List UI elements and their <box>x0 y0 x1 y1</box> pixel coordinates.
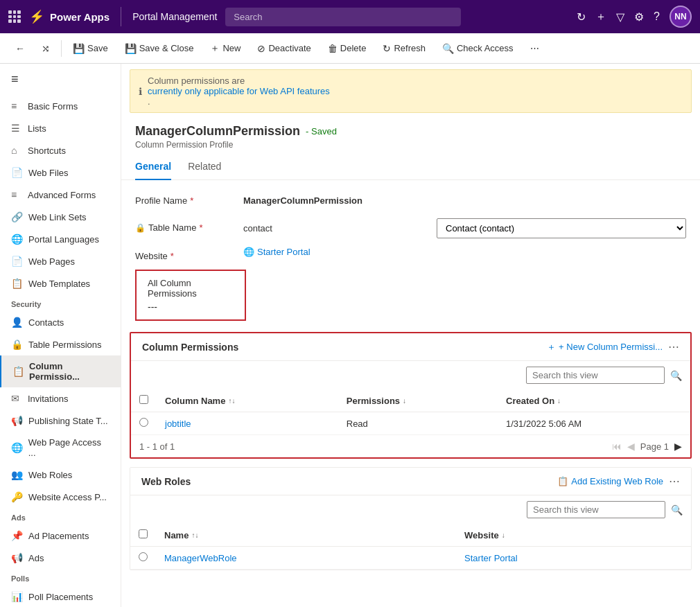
save-close-button[interactable]: 💾 Save & Close <box>118 39 201 58</box>
save-badge: - Saved <box>306 126 337 137</box>
wr-row-radio[interactable] <box>139 552 148 561</box>
sidebar-item-invitations[interactable]: ✉ Invitations <box>0 387 121 410</box>
wr-select-all-header <box>130 524 156 547</box>
poll-placements-icon: 📊 <box>11 591 23 602</box>
column-permissions-search-bar: 🔍 <box>131 361 690 389</box>
col-name-link[interactable]: jobtitle <box>165 419 191 429</box>
sidebar-item-web-templates[interactable]: 📋 Web Templates <box>0 272 121 294</box>
help-icon[interactable]: ? <box>654 10 660 23</box>
wr-name-sort[interactable]: Name ↑↓ <box>164 530 448 540</box>
column-permissions-more-button[interactable]: ⋯ <box>668 340 679 353</box>
sidebar-item-lists[interactable]: ☰ Lists <box>0 117 121 139</box>
profile-name-row: Profile Name * ManagerColumnPermission <box>135 191 686 210</box>
new-button[interactable]: ＋ New <box>203 39 247 58</box>
web-roles-actions: 📋 Add Existing Web Role ⋯ <box>557 475 680 488</box>
sidebar-item-web-page-access[interactable]: 🌐 Web Page Access ... <box>0 432 121 464</box>
app-logo: ⚡ Power Apps <box>29 9 110 24</box>
website-label: Website * <box>135 247 232 261</box>
col-name-sort[interactable]: Column Name ↑↓ <box>165 396 330 406</box>
topnav-icons: ↻ ＋ ▽ ⚙ ? NN <box>577 6 692 28</box>
col-name-header[interactable]: Column Name ↑↓ <box>157 389 338 412</box>
profile-name-value: ManagerColumnPermission <box>243 191 686 210</box>
sidebar-item-table-permissions[interactable]: 🔒 Table Permissions <box>0 333 121 355</box>
next-page-button[interactable]: ▶ <box>674 441 682 452</box>
wr-website-header[interactable]: Website ↓ <box>456 524 691 547</box>
sidebar-item-web-link-sets[interactable]: 🔗 Web Link Sets <box>0 206 121 228</box>
wr-name-link[interactable]: ManagerWebRole <box>164 553 237 563</box>
record-title: ManagerColumnPermission <box>135 124 300 139</box>
permissions-sort[interactable]: Permissions ↓ <box>347 396 489 406</box>
settings-icon[interactable]: ⚙ <box>634 10 644 24</box>
wr-website-link[interactable]: Starter Portal <box>464 553 518 563</box>
add-icon[interactable]: ＋ <box>595 10 606 24</box>
column-permissions-search-input[interactable] <box>526 367 665 384</box>
waffle-icon[interactable] <box>8 10 21 23</box>
sidebar-item-basic-forms[interactable]: ≡ Basic Forms <box>0 95 121 117</box>
profile-name-label: Profile Name * <box>135 191 232 206</box>
created-on-sort[interactable]: Created On ↓ <box>506 396 682 406</box>
sidebar-item-web-roles[interactable]: 👥 Web Roles <box>0 464 121 486</box>
sidebar-item-poll-placements[interactable]: 📊 Poll Placements <box>0 586 121 607</box>
sidebar-item-ad-placements[interactable]: 📌 Ad Placements <box>0 525 121 547</box>
avatar[interactable]: NN <box>670 6 692 28</box>
page-access-icon: 🌐 <box>11 442 23 453</box>
more-button[interactable]: ⋯ <box>523 39 546 57</box>
deactivate-button[interactable]: ⊘ Deactivate <box>250 39 317 58</box>
sidebar-item-column-permissions[interactable]: 📋 Column Permissio... <box>0 355 121 387</box>
column-permissions-title: Column Permissions <box>142 342 238 353</box>
sidebar-toggle[interactable]: ≡ <box>0 64 121 95</box>
sidebar-item-advanced-forms[interactable]: ≡ Advanced Forms <box>0 184 121 206</box>
sidebar-item-shortcuts[interactable]: ⌂ Shortcuts <box>0 139 121 161</box>
sidebar-item-publishing-state[interactable]: 📢 Publishing State T... <box>0 410 121 432</box>
sidebar-item-portal-languages[interactable]: 🌐 Portal Languages <box>0 228 121 250</box>
polls-section-label: Polls <box>0 569 121 586</box>
back-button[interactable]: ← <box>8 39 32 58</box>
wr-name-header[interactable]: Name ↑↓ <box>156 524 456 547</box>
search-input[interactable] <box>225 8 461 26</box>
add-existing-web-role-button[interactable]: 📋 Add Existing Web Role <box>557 476 663 486</box>
refresh-icon: ↻ <box>383 43 391 54</box>
cmd-separator <box>61 40 62 57</box>
files-icon: 📄 <box>11 167 23 178</box>
select-all-checkbox[interactable] <box>139 395 148 404</box>
tab-general[interactable]: General <box>135 155 171 180</box>
templates-icon: 📋 <box>11 278 23 289</box>
info-link[interactable]: currently only applicable for Web API fe… <box>148 86 330 96</box>
permissions-header[interactable]: Permissions ↓ <box>338 389 498 412</box>
web-roles-title: Web Roles <box>141 476 191 487</box>
sidebar-item-ads[interactable]: 📢 Ads <box>0 547 121 569</box>
sidebar-item-website-access[interactable]: 🔑 Website Access P... <box>0 486 121 508</box>
form-title: ManagerColumnPermission - Saved <box>135 124 686 139</box>
column-permissions-search-icon[interactable]: 🔍 <box>670 370 682 381</box>
all-col-label: All ColumnPermissions <box>148 278 234 299</box>
web-roles-more-button[interactable]: ⋯ <box>669 475 680 488</box>
layout: ≡ ≡ Basic Forms ☰ Lists ⌂ Shortcuts 📄 We… <box>0 64 700 607</box>
web-roles-table: Name ↑↓ Website ↓ <box>130 524 691 570</box>
website-link[interactable]: 🌐 Starter Portal <box>243 247 310 257</box>
row-radio[interactable] <box>139 418 148 427</box>
check-access-button[interactable]: 🔍 Check Access <box>435 39 520 58</box>
tab-related[interactable]: Related <box>188 155 221 180</box>
filter-icon[interactable]: ▽ <box>616 10 624 24</box>
command-bar: ← ⤭ 💾 Save 💾 Save & Close ＋ New ⊘ Deacti… <box>0 33 700 64</box>
web-roles-search-icon[interactable]: 🔍 <box>671 504 683 516</box>
form-body: Profile Name * ManagerColumnPermission 🔒… <box>121 180 700 332</box>
wr-select-all-checkbox[interactable] <box>139 529 148 538</box>
website-row: Website * 🌐 Starter Portal <box>135 247 686 261</box>
wr-website-sort[interactable]: Website ↓ <box>464 530 683 540</box>
table-name-select[interactable]: Contact (contact) <box>437 218 686 238</box>
sidebar-item-web-pages[interactable]: 📄 Web Pages <box>0 250 121 272</box>
first-page-button[interactable]: ⏮ <box>612 441 622 452</box>
web-roles-search-input[interactable] <box>527 501 665 518</box>
prev-page-button[interactable]: ◀ <box>627 441 635 452</box>
sidebar-item-contacts[interactable]: 👤 Contacts <box>0 311 121 333</box>
delete-button[interactable]: 🗑 Delete <box>321 39 374 58</box>
created-on-header[interactable]: Created On ↓ <box>498 389 690 412</box>
forward-button[interactable]: ⤭ <box>35 39 57 58</box>
refresh-circle-icon[interactable]: ↻ <box>577 10 586 24</box>
web-roles-section: Web Roles 📋 Add Existing Web Role ⋯ 🔍 <box>130 467 692 570</box>
sidebar-item-web-files[interactable]: 📄 Web Files <box>0 161 121 184</box>
refresh-button[interactable]: ↻ Refresh <box>376 39 432 58</box>
save-button[interactable]: 💾 Save <box>66 39 115 58</box>
new-column-permission-button[interactable]: ＋ + New Column Permissi... <box>547 341 663 353</box>
